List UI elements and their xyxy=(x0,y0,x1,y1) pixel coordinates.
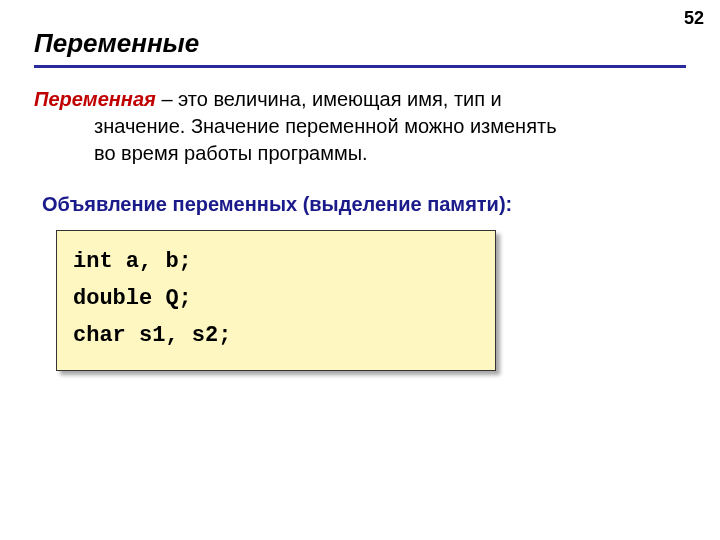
definition-line2: значение. Значение переменной можно изме… xyxy=(94,113,686,140)
definition-paragraph: Переменная – это величина, имеющая имя, … xyxy=(34,86,686,167)
code-line-1: int a, b; xyxy=(73,249,479,274)
page-number: 52 xyxy=(684,8,704,29)
definition-term: Переменная xyxy=(34,88,156,110)
code-box: int a, b; double Q; char s1, s2; xyxy=(56,230,496,371)
slide-title: Переменные xyxy=(34,28,686,68)
slide-content: Переменные Переменная – это величина, им… xyxy=(0,0,720,371)
section-label: Объявление переменных (выделение памяти)… xyxy=(42,193,686,216)
code-line-3: char s1, s2; xyxy=(73,323,479,348)
definition-line1: – это величина, имеющая имя, тип и xyxy=(156,88,502,110)
definition-line3: во время работы программы. xyxy=(94,140,686,167)
code-line-2: double Q; xyxy=(73,286,479,311)
